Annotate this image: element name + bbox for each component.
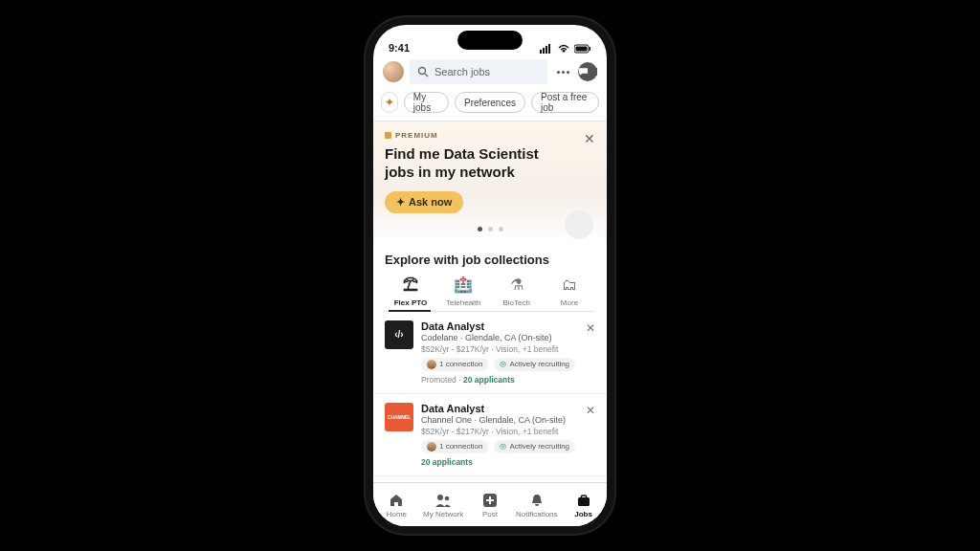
job-body: Data Analyst Codelane · Glendale, CA (On… xyxy=(421,320,595,385)
connection-avatar-icon xyxy=(427,360,436,369)
svg-point-10 xyxy=(445,496,450,500)
svg-point-9 xyxy=(437,495,443,500)
svg-rect-3 xyxy=(548,44,550,54)
search-input[interactable]: Search jobs xyxy=(410,59,547,84)
nav-pill-row: ✦ My jobs Preferences Post a free job xyxy=(373,90,607,121)
collection-label: Flex PTO xyxy=(394,298,428,307)
sparkle-icon: ✦ xyxy=(396,196,405,209)
svg-rect-13 xyxy=(581,496,586,498)
preferences-pill[interactable]: Preferences xyxy=(455,92,525,113)
tab-label: My Network xyxy=(423,510,463,518)
flask-icon: ⚗ xyxy=(506,275,527,296)
cellular-icon xyxy=(540,44,553,54)
recruiting-text: Actively recruiting xyxy=(509,360,569,368)
collection-flex-pto[interactable]: ⛱ Flex PTO xyxy=(389,275,433,307)
connection-text: 1 connection xyxy=(439,442,482,451)
svg-rect-5 xyxy=(576,47,588,52)
tab-label: Notifications xyxy=(516,510,558,518)
dismiss-job-icon[interactable]: ✕ xyxy=(586,404,595,417)
dismiss-job-icon[interactable]: ✕ xyxy=(586,321,595,335)
collection-label: BioTech xyxy=(502,298,529,307)
search-placeholder: Search jobs xyxy=(434,66,490,77)
collection-biotech[interactable]: ⚗ BioTech xyxy=(495,275,539,307)
premium-badge-text: PREMIUM xyxy=(395,131,438,140)
collection-telehealth[interactable]: 🏥 Telehealth xyxy=(441,275,485,307)
job-company-line: Codelane · Glendale, CA (On-site) xyxy=(421,333,595,342)
job-card[interactable]: ‹/› Data Analyst Codelane · Glendale, CA… xyxy=(373,312,607,394)
stack-icon: 🗂 xyxy=(559,275,580,296)
company-logo: CHANNEL xyxy=(385,403,413,431)
target-icon: ◎ xyxy=(500,442,506,451)
job-meta: $52K/yr - $217K/yr · Vision, +1 benefit xyxy=(421,344,595,354)
applicants-label: 20 applicants xyxy=(421,457,473,467)
job-company-line: Channel One · Glendale, CA (On-site) xyxy=(421,415,595,425)
carousel-dot[interactable] xyxy=(478,227,482,231)
avatar[interactable] xyxy=(383,61,404,82)
job-title: Data Analyst xyxy=(421,403,595,414)
post-job-label: Post a free job xyxy=(541,92,590,113)
tab-post[interactable]: Post xyxy=(468,492,512,518)
people-icon xyxy=(434,492,452,509)
svg-rect-2 xyxy=(546,46,547,54)
bottom-tabbar: Home My Network Post Notifications Jobs xyxy=(373,482,607,526)
ask-now-label: Ask now xyxy=(409,196,452,208)
tab-home[interactable]: Home xyxy=(374,492,418,518)
connection-pill: 1 connection xyxy=(421,440,488,453)
ai-spark-button[interactable]: ✦ xyxy=(381,92,398,113)
job-footer: Promoted · 20 applicants xyxy=(421,375,595,385)
phone-screen: 9:41 Search jobs ✦ My jobs Preferences xyxy=(373,25,607,526)
dynamic-island xyxy=(457,31,523,50)
recruiting-text: Actively recruiting xyxy=(509,442,569,451)
job-pills: 1 connection ◎Actively recruiting xyxy=(421,440,595,453)
recruiting-pill: ◎Actively recruiting xyxy=(494,440,575,453)
target-icon: ◎ xyxy=(500,360,506,368)
premium-card: PREMIUM ✕ Find me Data Scientist jobs in… xyxy=(373,121,607,243)
company-logo: ‹/› xyxy=(385,320,413,349)
collections-row: ⛱ Flex PTO 🏥 Telehealth ⚗ BioTech 🗂 More xyxy=(373,271,607,307)
hospital-icon: 🏥 xyxy=(453,275,474,296)
svg-point-7 xyxy=(419,68,426,75)
tab-label: Post xyxy=(482,510,498,518)
carousel-dot[interactable] xyxy=(499,227,503,231)
recruiting-pill: ◎Actively recruiting xyxy=(494,358,575,371)
close-icon[interactable]: ✕ xyxy=(584,131,595,146)
status-time: 9:41 xyxy=(389,42,410,54)
tab-label: Jobs xyxy=(574,510,592,518)
my-jobs-pill[interactable]: My jobs xyxy=(404,92,449,113)
promoted-label: Promoted xyxy=(421,375,457,385)
post-job-pill[interactable]: Post a free job xyxy=(531,92,599,113)
collection-label: More xyxy=(561,298,578,307)
collection-label: Telehealth xyxy=(446,298,480,307)
premium-badge: PREMIUM xyxy=(385,131,595,140)
preferences-label: Preferences xyxy=(464,98,516,108)
tab-network[interactable]: My Network xyxy=(421,492,465,518)
ask-now-button[interactable]: ✦Ask now xyxy=(385,191,463,213)
carousel-dot[interactable] xyxy=(488,227,493,231)
applicants-label: 20 applicants xyxy=(463,375,515,385)
battery-icon xyxy=(574,44,591,54)
bell-icon xyxy=(528,492,546,509)
carousel-preview-circle xyxy=(565,210,593,239)
job-card[interactable]: CHANNEL Data Analyst Channel One · Glend… xyxy=(373,394,607,476)
job-footer: 20 applicants xyxy=(421,457,595,467)
overflow-menu[interactable] xyxy=(553,71,572,74)
collection-more[interactable]: 🗂 More xyxy=(547,275,591,307)
my-jobs-label: My jobs xyxy=(413,92,439,113)
tab-label: Home xyxy=(387,510,407,518)
connection-avatar-icon xyxy=(427,442,436,452)
search-icon xyxy=(417,66,429,77)
messages-icon[interactable] xyxy=(578,62,597,81)
connection-text: 1 connection xyxy=(439,360,482,368)
job-meta: $52K/yr - $217K/yr · Vision, +1 benefit xyxy=(421,427,595,436)
tab-notifications[interactable]: Notifications xyxy=(515,492,559,518)
plus-square-icon xyxy=(481,492,499,509)
job-list[interactable]: ‹/› Data Analyst Codelane · Glendale, CA… xyxy=(373,312,607,483)
svg-rect-1 xyxy=(543,48,545,54)
tab-jobs[interactable]: Jobs xyxy=(562,492,606,518)
top-search-row: Search jobs xyxy=(373,55,607,90)
carousel-dots xyxy=(385,227,595,231)
explore-title: Explore with job collections xyxy=(373,243,607,271)
job-title: Data Analyst xyxy=(421,320,595,332)
status-indicators xyxy=(540,44,591,54)
svg-rect-6 xyxy=(590,47,591,51)
